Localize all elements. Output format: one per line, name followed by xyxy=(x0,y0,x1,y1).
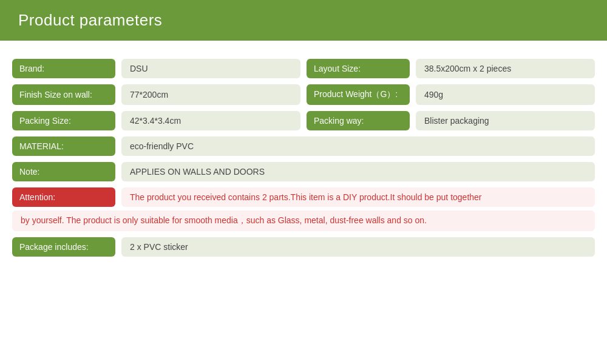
material-label: MATERIAL: xyxy=(12,136,115,156)
finish-size-label: Finish Size on wall: xyxy=(12,84,115,105)
brand-label: Brand: xyxy=(12,59,115,78)
attention-label: Attention: xyxy=(12,187,115,207)
note-value: APPLIES ON WALLS AND DOORS xyxy=(121,162,595,181)
packing-size-row: Packing Size: 42*3.4*3.4cm Packing way: … xyxy=(12,111,595,130)
attention-block: Attention: The product you received cont… xyxy=(12,187,595,231)
packing-size-value: 42*3.4*3.4cm xyxy=(121,111,300,130)
attention-continuation: by yourself. The product is only suitabl… xyxy=(12,211,595,231)
attention-main-row: Attention: The product you received cont… xyxy=(12,187,595,207)
note-row: Note: APPLIES ON WALLS AND DOORS xyxy=(12,162,595,181)
package-label: Package includes: xyxy=(12,237,115,257)
layout-size-value: 38.5x200cm x 2 pieces xyxy=(416,59,595,78)
material-row: MATERIAL: eco-friendly PVC xyxy=(12,136,595,156)
note-label: Note: xyxy=(12,162,115,181)
header: Product parameters xyxy=(0,0,607,41)
finish-size-value: 77*200cm xyxy=(121,84,300,105)
brand-value: DSU xyxy=(121,59,300,78)
package-value: 2 x PVC sticker xyxy=(121,237,595,257)
layout-size-label: Layout Size: xyxy=(307,59,410,78)
packing-way-value: Blister packaging xyxy=(416,111,595,130)
attention-value: The product you received contains 2 part… xyxy=(121,187,595,207)
material-value: eco-friendly PVC xyxy=(121,136,595,156)
packing-size-label: Packing Size: xyxy=(12,111,115,130)
finish-size-row: Finish Size on wall: 77*200cm Product We… xyxy=(12,84,595,105)
brand-row: Brand: DSU Layout Size: 38.5x200cm x 2 p… xyxy=(12,59,595,78)
product-weight-label: Product Weight（G）: xyxy=(307,84,410,105)
packing-way-label: Packing way: xyxy=(307,111,410,130)
page-title: Product parameters xyxy=(18,11,162,29)
product-weight-value: 490g xyxy=(416,84,595,105)
content: Brand: DSU Layout Size: 38.5x200cm x 2 p… xyxy=(0,41,607,269)
package-row: Package includes: 2 x PVC sticker xyxy=(12,237,595,257)
